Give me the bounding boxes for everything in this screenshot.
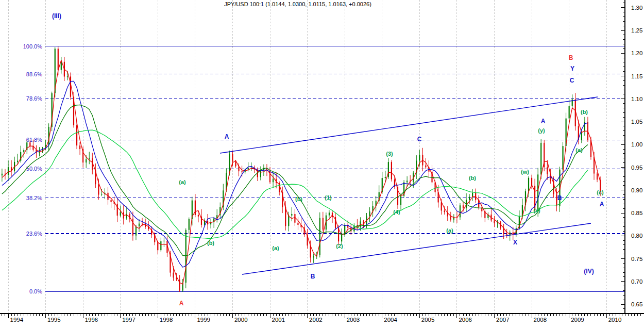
candle-body [260,170,261,177]
candle-body [248,168,249,170]
wave-label: B [569,54,573,61]
candle-body [189,219,190,230]
wave-label: (x) [533,207,540,214]
x-axis-label: 1994 [10,317,24,323]
wave-label: (c) [597,189,604,195]
candle-body [450,216,451,219]
candle-body [23,150,24,152]
wave-label: A [541,118,546,125]
candle-body [319,218,320,255]
y-axis-label: 0.65 [631,301,642,307]
y-axis-label: 1.30 [631,5,642,11]
candle-body [235,161,236,166]
candle-body [388,162,389,177]
candle-body [98,184,99,194]
candle-body [157,242,158,251]
candle-body [160,241,161,250]
ma-slow-line [2,105,588,255]
candle-body [460,205,461,217]
candle-body [385,177,386,178]
y-axis-label: 1.25 [631,27,642,34]
y-axis-label: 1.05 [631,119,642,125]
wave-label: (a) [446,227,453,234]
fib-level-label: 78.6% [26,95,42,102]
candle-body [369,211,370,216]
candle-body [291,214,292,216]
candle-body [406,181,408,182]
moving-average-lines [2,60,600,285]
wave-label: (a) [179,179,186,185]
ma-medium-line [2,81,588,267]
wave-label: (4) [393,209,400,215]
y-axis-label: 0.70 [631,278,642,285]
wave-label: A [179,300,184,307]
x-axis-label: 2002 [309,317,323,323]
x-axis-label: 2000 [234,317,248,323]
candle-body [528,178,529,191]
candle-body [463,205,464,208]
fib-level-label: 100.0% [23,43,43,50]
wave-label: (3) [386,151,393,157]
ma-fast-line [2,60,600,285]
candle-body [547,167,548,174]
candle-body [135,226,137,236]
x-axis-label: 2007 [496,317,510,323]
candle-body [294,214,295,223]
y-axis-label: 0.95 [631,165,642,171]
x-axis-label: 1998 [160,317,173,323]
x-axis-label: 2005 [421,317,435,323]
candle-body [117,204,118,216]
candle-body [329,212,330,215]
chart-title: JPY/USD 100:1 (1.0144, 1.0300, 1.0115, 1… [0,1,596,7]
candle-body [29,142,30,146]
y-axis-label: 1.00 [631,141,642,147]
wave-label: B [311,273,315,280]
candle-body [110,200,111,203]
candle-body [297,223,298,225]
wave-label: A [600,201,604,208]
candle-body [597,174,598,180]
fib-level-label: 38.2% [26,195,42,201]
channel-trendline [242,223,591,274]
candle-body [562,146,563,170]
candle-body [537,174,538,210]
x-axis-label: 1995 [47,317,61,323]
wave-label: (2) [336,243,343,249]
wave-label: B [557,194,562,202]
candle-body [494,221,495,224]
wave-label: A [225,133,229,140]
candle-body [506,234,507,236]
wave-label: (1) [325,194,332,201]
candle-body [198,215,199,217]
candle-body [79,145,80,149]
wave-label: (y) [538,127,545,134]
wave-label: (a) [272,245,279,251]
wave-label: X [513,239,517,246]
fib-level-label: 23.6% [26,231,42,237]
x-axis-label: 2004 [384,317,397,323]
y-axis-label: 0.85 [631,210,642,216]
candle-body [132,219,133,236]
candle-body [8,167,9,175]
candle-body [17,161,18,162]
y-axis-label: 0.75 [631,256,642,262]
y-axis-label: 0.80 [631,233,642,239]
candle-body [288,216,289,226]
candle-body [273,179,274,183]
candle-body [323,218,324,230]
fib-level-label: 88.6% [26,71,42,77]
candle-body [242,171,243,172]
candle-body [313,256,314,257]
candle-body [2,174,3,175]
wave-label: (b) [581,109,588,115]
candle-body [229,154,230,173]
wave-label: (w) [521,169,529,175]
wave-label: (III) [52,12,61,20]
candle-body [269,170,270,182]
wave-label: (b) [207,240,214,246]
candle-body [469,197,470,200]
wave-label: (b) [469,175,476,181]
candle-body [540,143,541,174]
wave-label: C [570,77,574,84]
elliott-wave-labels: (III)ABCXABYCA(IV)BA(a)(b)(a)(b)(1)(2)(3… [52,12,604,307]
